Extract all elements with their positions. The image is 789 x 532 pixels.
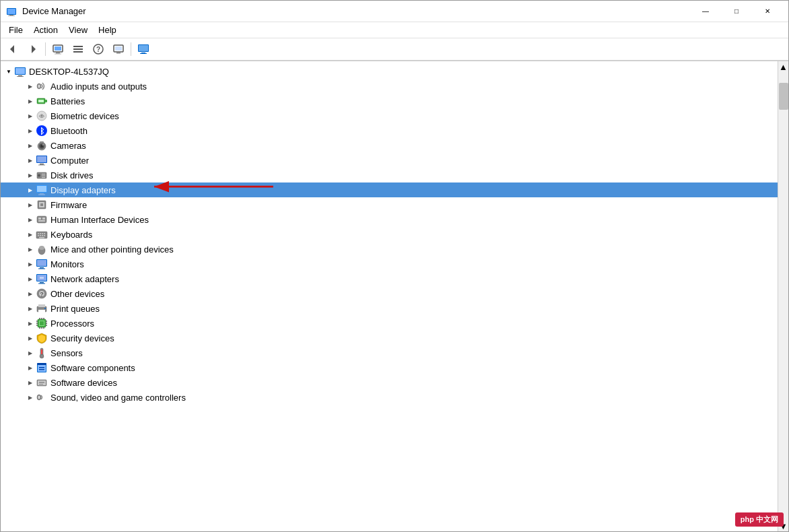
scrollbar-thumb[interactable] bbox=[779, 83, 788, 110]
tree-item-security[interactable]: ▶ Security devices bbox=[1, 331, 778, 345]
softwarecomp-icon bbox=[36, 362, 48, 374]
svg-rect-20 bbox=[141, 53, 145, 53]
menu-view[interactable]: View bbox=[63, 24, 93, 36]
computer-icon bbox=[36, 154, 48, 166]
svg-rect-114 bbox=[39, 382, 44, 383]
svg-rect-24 bbox=[18, 75, 22, 76]
tree-item-softwarecomp[interactable]: ▶ Software components bbox=[1, 360, 778, 375]
menu-help[interactable]: Help bbox=[93, 24, 122, 36]
svg-rect-64 bbox=[44, 233, 45, 234]
sensors-chevron: ▶ bbox=[25, 347, 36, 358]
tree-root[interactable]: ▼ DESKTOP-4L537JQ bbox=[1, 64, 778, 79]
list-button[interactable] bbox=[69, 40, 88, 58]
tree-item-other[interactable]: ▶ ? Other devices bbox=[1, 286, 778, 301]
svg-rect-50 bbox=[37, 186, 46, 192]
audio-chevron: ▶ bbox=[25, 81, 36, 92]
network-icon bbox=[36, 273, 48, 285]
bluetooth-icon: ᛒ bbox=[36, 125, 48, 137]
svg-rect-59 bbox=[38, 220, 45, 222]
tree-item-cameras[interactable]: ▶ Cameras bbox=[1, 138, 778, 153]
show-hide-button[interactable] bbox=[48, 40, 67, 58]
tree-item-firmware[interactable]: ▶ Firmware bbox=[1, 197, 778, 212]
svg-point-88 bbox=[44, 308, 46, 309]
svg-rect-2 bbox=[9, 15, 13, 15]
svg-rect-10 bbox=[73, 46, 83, 47]
svg-rect-75 bbox=[40, 267, 44, 269]
svg-rect-110 bbox=[39, 367, 44, 368]
tree-item-bluetooth[interactable]: ▶ ᛒ Bluetooth bbox=[1, 123, 778, 138]
svg-rect-105 bbox=[41, 350, 42, 354]
tree-item-network[interactable]: ▶ Network adapters bbox=[1, 271, 778, 286]
svg-rect-3 bbox=[8, 15, 15, 16]
diskdrives-chevron: ▶ bbox=[25, 170, 36, 180]
maximize-button[interactable]: □ bbox=[721, 1, 752, 22]
scrollbar[interactable]: ▲ ▼ bbox=[778, 61, 788, 531]
tree-item-biometric[interactable]: ▶ Biometric devices bbox=[1, 108, 778, 123]
tree-item-computer[interactable]: ▶ Computer bbox=[1, 153, 778, 168]
tree-item-displayadapters[interactable]: ▶ Display adapters bbox=[1, 182, 778, 197]
diskdrives-icon bbox=[36, 169, 48, 181]
monitor-button[interactable] bbox=[134, 40, 153, 58]
tree-item-sound[interactable]: ▶ Sound, video and game controllers bbox=[1, 390, 778, 405]
tree-item-softwaredev[interactable]: ▶ Software devices bbox=[1, 375, 778, 390]
svg-rect-80 bbox=[38, 284, 45, 284]
batteries-label: Batteries bbox=[50, 96, 85, 106]
biometric-icon bbox=[36, 110, 48, 122]
processors-chevron: ▶ bbox=[25, 318, 36, 329]
toolbar-separator-1 bbox=[45, 42, 46, 56]
mice-icon bbox=[36, 243, 48, 255]
svg-rect-108 bbox=[38, 365, 46, 372]
tree-item-batteries[interactable]: ▶ Batteries bbox=[1, 94, 778, 108]
computer-label: Computer bbox=[50, 156, 89, 166]
security-chevron: ▶ bbox=[25, 333, 36, 343]
svg-rect-43 bbox=[38, 165, 45, 166]
menu-action[interactable]: Action bbox=[28, 24, 63, 36]
svg-rect-42 bbox=[40, 164, 44, 165]
tree-item-sensors[interactable]: ▶ Sensors bbox=[1, 345, 778, 360]
svg-rect-109 bbox=[37, 363, 46, 365]
svg-rect-87 bbox=[38, 310, 45, 312]
svg-rect-62 bbox=[40, 233, 41, 234]
minimize-button[interactable]: — bbox=[690, 1, 721, 22]
toolbar-separator-2 bbox=[131, 42, 131, 56]
svg-rect-47 bbox=[42, 176, 45, 176]
tree-item-hid[interactable]: ▶ Human Interface Devices bbox=[1, 212, 778, 227]
tree-item-keyboards[interactable]: ▶ Keyboards bbox=[1, 227, 778, 242]
tree-item-diskdrives[interactable]: ▶ Disk drives bbox=[1, 168, 778, 182]
menu-file[interactable]: File bbox=[3, 24, 28, 36]
tree-item-print[interactable]: ▶ Print queues bbox=[1, 301, 778, 316]
svg-rect-63 bbox=[42, 233, 43, 234]
close-button[interactable]: ✕ bbox=[752, 1, 783, 22]
biometric-chevron: ▶ bbox=[25, 110, 36, 121]
help-button[interactable]: ? bbox=[89, 40, 108, 58]
svg-rect-19 bbox=[139, 45, 148, 51]
svg-rect-51 bbox=[40, 193, 44, 195]
forward-button[interactable] bbox=[24, 40, 42, 58]
svg-rect-21 bbox=[140, 53, 147, 54]
batteries-icon bbox=[36, 95, 48, 107]
print-icon bbox=[36, 302, 48, 314]
tree-item-mice[interactable]: ▶ Mice and other pointing devices bbox=[1, 242, 778, 257]
tree-item-audio[interactable]: ▶ Audio inputs and outputs bbox=[1, 79, 778, 94]
batteries-chevron: ▶ bbox=[25, 96, 36, 106]
svg-rect-12 bbox=[73, 51, 83, 53]
monitors-icon bbox=[36, 258, 48, 270]
displayadapters-chevron: ▶ bbox=[25, 185, 36, 195]
network-chevron: ▶ bbox=[25, 273, 36, 284]
tree-panel[interactable]: ▼ DESKTOP-4L537JQ ▶ bbox=[1, 61, 778, 531]
title-bar: Device Manager — □ ✕ bbox=[1, 1, 788, 22]
svg-rect-1 bbox=[7, 9, 15, 14]
svg-rect-65 bbox=[38, 235, 39, 236]
cameras-label: Cameras bbox=[50, 141, 86, 151]
scroll-up-button[interactable]: ▲ bbox=[778, 61, 789, 72]
back-button[interactable] bbox=[3, 40, 22, 58]
tree-item-monitors[interactable]: ▶ Monitors bbox=[1, 257, 778, 271]
window-title: Device Manager bbox=[22, 6, 690, 16]
hidden-devices-button[interactable] bbox=[109, 40, 128, 58]
bluetooth-chevron: ▶ bbox=[25, 125, 36, 136]
tree-item-processors[interactable]: ▶ bbox=[1, 316, 778, 331]
monitors-label: Monitors bbox=[50, 259, 84, 269]
svg-rect-8 bbox=[56, 53, 60, 54]
audio-label: Audio inputs and outputs bbox=[50, 81, 147, 92]
svg-rect-58 bbox=[42, 218, 45, 220]
